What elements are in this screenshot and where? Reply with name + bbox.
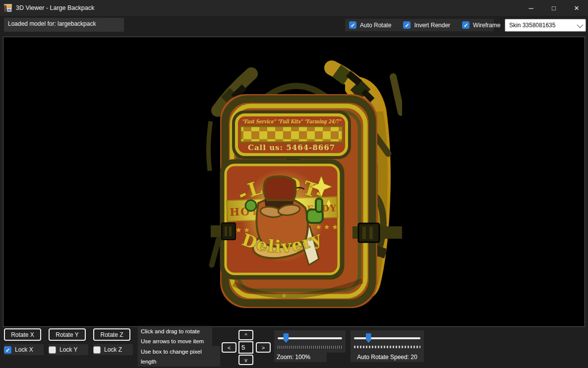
zoom-label: Zoom: 100% <box>274 353 327 362</box>
zoom-slider[interactable] <box>274 330 346 353</box>
speed-slider-thumb[interactable] <box>366 333 371 343</box>
backpack-tagline-text: "Fast Service" "Full Kits" "Farming 24/7… <box>242 118 342 125</box>
rotate-y-button[interactable]: Rotate Y <box>49 328 86 341</box>
auto-rotate-speed-label: Auto Rotate Speed: 20 <box>351 353 424 362</box>
minimize-button[interactable]: ─ <box>520 0 542 16</box>
lock-y-label: Lock Y <box>59 346 77 353</box>
lock-x-option[interactable]: Lock X <box>4 344 44 355</box>
maximize-icon: □ <box>552 4 556 12</box>
minimize-icon: ─ <box>529 4 533 12</box>
skin-dropdown-value: Skin 3358081635 <box>509 22 577 29</box>
auto-rotate-label: Auto Rotate <box>360 22 391 29</box>
rotate-x-button[interactable]: Rotate X <box>4 328 41 341</box>
invert-render-label: Invert Render <box>414 22 450 29</box>
move-right-button[interactable]: > <box>256 342 271 353</box>
move-down-button[interactable]: v <box>238 355 253 365</box>
lock-z-option[interactable]: Lock Z <box>93 344 133 355</box>
auto-rotate-option[interactable]: Auto Rotate <box>349 21 391 29</box>
invert-render-option[interactable]: Invert Render <box>403 21 450 29</box>
speed-slider-track[interactable] <box>354 337 420 339</box>
instruction-line: Use box to change pixel length <box>141 347 217 367</box>
title-bar: 3D Viewer - Large Backpack ─ □ ✕ <box>0 0 588 16</box>
lock-z-label: Lock Z <box>104 346 122 353</box>
wireframe-label: Wireframe <box>473 22 500 29</box>
instructions-panel-top: Click and drag to rotate Use arrows to m… <box>138 326 212 346</box>
chevron-down-icon <box>577 21 584 28</box>
auto-rotate-checkbox[interactable] <box>349 21 356 29</box>
app-icon <box>4 4 12 12</box>
maximize-button[interactable]: □ <box>542 0 565 16</box>
step-length-input[interactable] <box>238 341 253 354</box>
close-icon: ✕ <box>574 4 580 12</box>
zoom-slider-ticks <box>278 346 342 349</box>
render-options-strip: Auto Rotate Invert Render Wireframe <box>345 19 494 31</box>
wireframe-checkbox[interactable] <box>462 21 470 29</box>
viewport-3d[interactable]: "Fast Service" "Full Kits" "Farming 24/7… <box>3 37 585 327</box>
skin-dropdown[interactable]: Skin 3358081635 <box>505 19 586 32</box>
close-button[interactable]: ✕ <box>565 0 588 16</box>
wireframe-option[interactable]: Wireframe <box>462 21 500 29</box>
instruction-line: Use arrows to move item <box>141 336 209 346</box>
instruction-line: Click and drag to rotate <box>141 326 209 336</box>
instructions-panel-bottom: Use box to change pixel length Rotate us… <box>138 346 220 367</box>
speed-slider-ticks <box>354 346 420 348</box>
loaded-model-label: Loaded model for: largebackpack <box>4 18 124 32</box>
lock-z-checkbox[interactable] <box>93 346 101 354</box>
lock-y-option[interactable]: Lock Y <box>49 344 88 355</box>
lock-x-label: Lock X <box>15 346 33 353</box>
backpack-phone-text: Call us: 5464-8667 <box>248 143 335 152</box>
backpack-stars-right: ★ ★ ★ <box>315 223 338 231</box>
backpack-model[interactable]: "Fast Service" "Full Kits" "Farming 24/7… <box>204 52 402 322</box>
lock-y-checkbox[interactable] <box>49 346 56 354</box>
window-title: 3D Viewer - Large Backpack <box>16 0 94 16</box>
rotate-z-button[interactable]: Rotate Z <box>93 328 130 341</box>
zoom-slider-thumb[interactable] <box>283 333 289 343</box>
move-left-button[interactable]: < <box>222 342 236 353</box>
lock-x-checkbox[interactable] <box>4 346 11 354</box>
move-up-button[interactable]: ^ <box>238 330 253 340</box>
invert-render-checkbox[interactable] <box>403 21 411 29</box>
auto-rotate-speed-slider[interactable] <box>351 330 424 353</box>
